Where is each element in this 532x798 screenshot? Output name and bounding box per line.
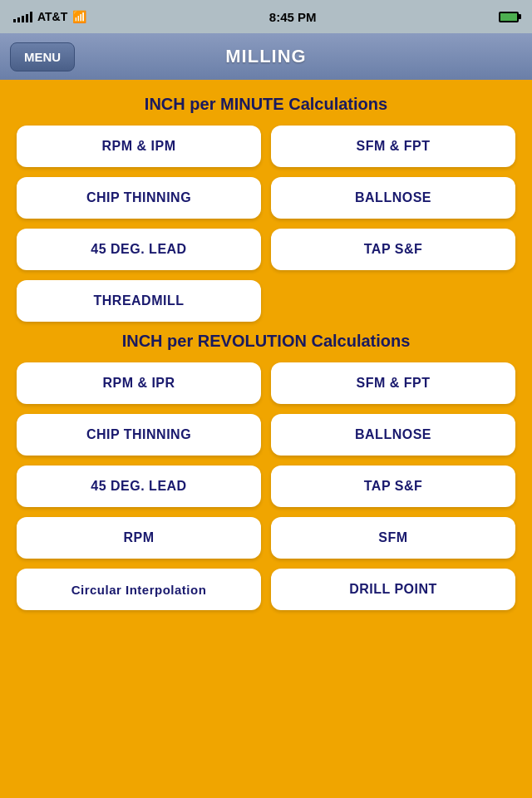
main-content: INCH per MINUTE Calculations RPM & IPM S…	[0, 80, 532, 798]
inch-per-minute-title: INCH per MINUTE Calculations	[17, 95, 515, 114]
battery-icon	[499, 12, 519, 22]
inch-per-revolution-section: INCH per REVOLUTION Calculations RPM & I…	[17, 332, 515, 507]
sfm-fpt-2-btn[interactable]: SFM & FPT	[271, 362, 515, 404]
ipm-row-3: 45 DEG. LEAD TAP S&F	[17, 229, 515, 270]
signal-bars	[13, 11, 32, 22]
ipr-row-3: 45 DEG. LEAD TAP S&F	[17, 466, 515, 507]
ipr-row-1: RPM & IPR SFM & FPT	[17, 362, 515, 404]
nav-bar: MENU MILLING	[0, 33, 532, 80]
drill-point-btn[interactable]: DRILL POINT	[271, 569, 515, 610]
inch-per-minute-section: INCH per MINUTE Calculations RPM & IPM S…	[17, 95, 515, 322]
nav-title: MILLING	[225, 46, 306, 67]
menu-button[interactable]: MENU	[10, 42, 75, 71]
carrier-label: AT&T	[37, 10, 67, 23]
ipr-row-2: CHIP THINNING BALLNOSE	[17, 414, 515, 456]
45-deg-lead-2-btn[interactable]: 45 DEG. LEAD	[17, 466, 261, 507]
sfm-btn[interactable]: SFM	[271, 517, 515, 559]
threadmill-btn[interactable]: THREADMILL	[17, 280, 261, 322]
sfm-fpt-btn[interactable]: SFM & FPT	[271, 126, 515, 167]
bottom-row-2: Circular Interpolation DRILL POINT	[17, 569, 515, 610]
rpm-ipm-btn[interactable]: RPM & IPM	[17, 126, 261, 167]
circular-interp-btn[interactable]: Circular Interpolation	[17, 569, 261, 610]
ipm-row-2: CHIP THINNING BALLNOSE	[17, 177, 515, 219]
carrier-info: AT&T 📶	[13, 10, 86, 23]
time-display: 8:45 PM	[269, 10, 317, 24]
ipm-row-1: RPM & IPM SFM & FPT	[17, 126, 515, 167]
bottom-row-1: RPM SFM	[17, 517, 515, 559]
wifi-icon: 📶	[72, 10, 86, 23]
tap-sf-2-btn[interactable]: TAP S&F	[271, 466, 515, 507]
chip-thinning-btn[interactable]: CHIP THINNING	[17, 177, 261, 219]
ballnose-2-btn[interactable]: BALLNOSE	[271, 414, 515, 456]
rpm-ipr-btn[interactable]: RPM & IPR	[17, 362, 261, 404]
bottom-section: RPM SFM Circular Interpolation DRILL POI…	[17, 517, 515, 610]
status-bar: AT&T 📶 8:45 PM	[0, 0, 532, 33]
ipm-row-4: THREADMILL	[17, 280, 515, 322]
tap-sf-btn[interactable]: TAP S&F	[271, 229, 515, 270]
battery-area	[499, 12, 519, 22]
inch-per-revolution-title: INCH per REVOLUTION Calculations	[17, 332, 515, 351]
chip-thinning-2-btn[interactable]: CHIP THINNING	[17, 414, 261, 456]
ballnose-btn[interactable]: BALLNOSE	[271, 177, 515, 219]
rpm-btn[interactable]: RPM	[17, 517, 261, 559]
45-deg-lead-btn[interactable]: 45 DEG. LEAD	[17, 229, 261, 270]
